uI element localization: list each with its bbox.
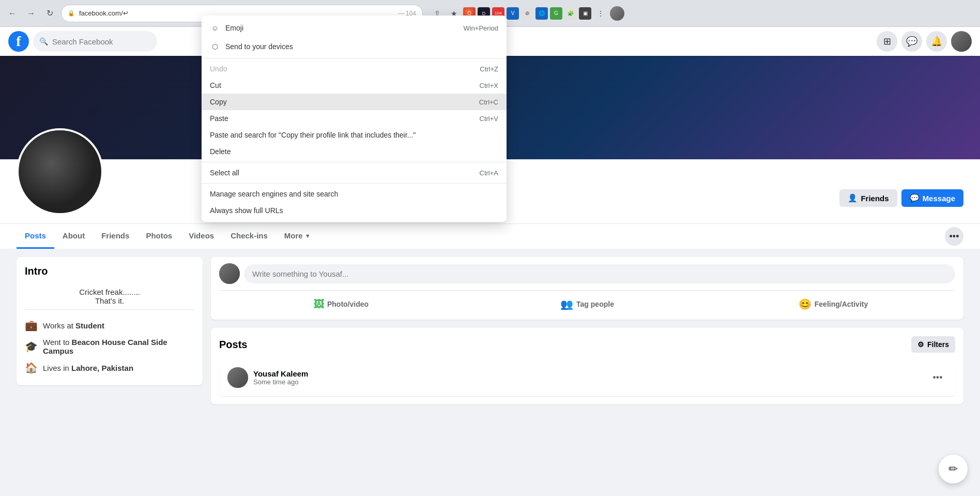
emoji-icon: ☺ bbox=[210, 23, 220, 33]
profile-nav: Posts About Friends Photos Videos Check-… bbox=[0, 223, 980, 249]
tab-friends[interactable]: Friends bbox=[93, 224, 137, 249]
search-input[interactable] bbox=[52, 37, 151, 46]
lock-icon: 🔒 bbox=[68, 10, 75, 17]
forward-button[interactable]: → bbox=[23, 5, 39, 22]
menu-divider-3 bbox=[202, 183, 507, 184]
menu-divider-1 bbox=[202, 58, 507, 58]
back-button[interactable]: ← bbox=[4, 5, 21, 22]
posts-title: Posts bbox=[219, 339, 247, 351]
intro-title: Intro bbox=[25, 265, 194, 277]
work-item: 💼 Works at Student bbox=[25, 316, 194, 335]
left-panel: Intro Cricket freak........ That's it. 💼… bbox=[17, 257, 203, 447]
photo-icon: 🖼 bbox=[314, 298, 324, 310]
send-devices-icon: ⬡ bbox=[210, 41, 220, 52]
feeling-activity-button[interactable]: 😊 Feeling/Activity bbox=[711, 295, 955, 313]
nav-buttons: ← → ↻ bbox=[4, 5, 58, 22]
nav-overflow-button[interactable]: ••• bbox=[945, 227, 963, 246]
work-text: Works at Student bbox=[43, 321, 104, 330]
context-menu: ☺ Emoji Win+Period ⬡ Send to your device… bbox=[202, 16, 507, 222]
friends-icon: 👤 bbox=[848, 193, 858, 203]
menu-item-select-all[interactable]: Select all Ctrl+A bbox=[202, 164, 507, 181]
tag-icon: 👥 bbox=[560, 298, 573, 310]
compose-icon: ✏ bbox=[948, 462, 958, 476]
intro-card: Intro Cricket freak........ That's it. 💼… bbox=[17, 257, 203, 385]
education-text: Went to Beacon House Canal Side Campus bbox=[43, 338, 194, 355]
ext-puzzle-icon[interactable]: 🧩 bbox=[564, 7, 577, 20]
chevron-down-icon: ▼ bbox=[305, 233, 311, 239]
post-more-button[interactable]: ••• bbox=[928, 368, 947, 387]
ext-globe-icon[interactable]: 🌐 bbox=[535, 7, 548, 20]
new-post-fab[interactable]: ✏ bbox=[939, 455, 968, 484]
location-item: 🏠 Lives in Lahore, Pakistan bbox=[25, 358, 194, 377]
work-icon: 💼 bbox=[25, 319, 38, 332]
location-text: Lives in Lahore, Pakistan bbox=[43, 364, 133, 372]
menu-item-full-urls[interactable]: Always show full URLs bbox=[202, 202, 507, 219]
menu-item-emoji[interactable]: ☺ Emoji Win+Period bbox=[202, 19, 507, 37]
filters-icon: ⚙ bbox=[917, 340, 924, 349]
browser-profile-icon[interactable] bbox=[610, 6, 624, 21]
right-panel: 🖼 Photo/video 👥 Tag people 😊 Feeling/Act… bbox=[211, 257, 963, 447]
post-composer: 🖼 Photo/video 👥 Tag people 😊 Feeling/Act… bbox=[211, 257, 963, 320]
composer-avatar bbox=[219, 263, 240, 284]
menu-item-manage-search[interactable]: Manage search engines and site search bbox=[202, 186, 507, 202]
menu-item-cut[interactable]: Cut Ctrl+X bbox=[202, 77, 507, 94]
menu-item-send-devices[interactable]: ⬡ Send to your devices bbox=[202, 37, 507, 56]
search-bar[interactable]: 🔍 bbox=[33, 31, 157, 52]
ext-square-icon[interactable]: ▣ bbox=[579, 7, 591, 20]
message-button[interactable]: 💬 Message bbox=[901, 189, 963, 207]
tag-people-button[interactable]: 👥 Tag people bbox=[465, 295, 709, 313]
posts-header: Posts ⚙ Filters bbox=[219, 336, 955, 353]
header-actions: ⊞ 💬 🔔 bbox=[877, 31, 972, 52]
tab-more[interactable]: More ▼ bbox=[276, 224, 319, 249]
user-avatar[interactable] bbox=[951, 31, 972, 52]
menu-item-copy[interactable]: Copy Ctrl+C bbox=[202, 94, 507, 110]
post-avatar bbox=[227, 367, 248, 388]
composer-actions: 🖼 Photo/video 👥 Tag people 😊 Feeling/Act… bbox=[219, 290, 955, 313]
menu-item-paste-search[interactable]: Paste and search for "Copy their profile… bbox=[202, 127, 507, 143]
main-content: Intro Cricket freak........ That's it. 💼… bbox=[0, 249, 980, 456]
search-icon: 🔍 bbox=[39, 37, 48, 46]
menu-item-delete[interactable]: Delete bbox=[202, 143, 507, 160]
composer-top bbox=[219, 263, 955, 284]
tab-posts[interactable]: Posts bbox=[17, 224, 54, 249]
menu-divider-2 bbox=[202, 162, 507, 162]
tab-about[interactable]: About bbox=[54, 224, 93, 249]
messenger-btn-icon: 💬 bbox=[910, 193, 920, 203]
post-time: Some time ago bbox=[253, 378, 308, 386]
reload-button[interactable]: ↻ bbox=[41, 5, 58, 22]
notification-icon[interactable]: 🔔 bbox=[926, 31, 947, 52]
friends-button[interactable]: 👤 Friends bbox=[839, 189, 897, 207]
filters-button[interactable]: ⚙ Filters bbox=[911, 336, 955, 353]
facebook-logo[interactable]: f bbox=[8, 31, 29, 52]
home-icon: 🏠 bbox=[25, 362, 38, 374]
menu-item-paste[interactable]: Paste Ctrl+V bbox=[202, 110, 507, 127]
post-card: Yousaf Kaleem Some time ago ••• bbox=[219, 359, 955, 396]
composer-input[interactable] bbox=[244, 264, 955, 283]
grid-icon[interactable]: ⊞ bbox=[877, 31, 897, 52]
posts-section: Posts ⚙ Filters Yousaf Kaleem Some time … bbox=[211, 328, 963, 404]
messenger-icon[interactable]: 💬 bbox=[901, 31, 922, 52]
friends-label: Friends bbox=[861, 194, 889, 203]
tab-checkins[interactable]: Check-ins bbox=[222, 224, 276, 249]
menu-icon[interactable]: ⋮ bbox=[593, 6, 608, 21]
photo-video-button[interactable]: 🖼 Photo/video bbox=[219, 295, 463, 313]
tab-photos[interactable]: Photos bbox=[137, 224, 180, 249]
intro-bio: Cricket freak........ That's it. bbox=[25, 283, 194, 310]
post-author: Yousaf Kaleem Some time ago ••• bbox=[227, 367, 947, 388]
ext-circle-icon[interactable]: ⊘ bbox=[521, 7, 533, 20]
profile-avatar bbox=[17, 128, 103, 215]
menu-item-undo: Undo Ctrl+Z bbox=[202, 61, 507, 77]
ext-v-icon[interactable]: V bbox=[507, 7, 519, 20]
tab-videos[interactable]: Videos bbox=[180, 224, 222, 249]
post-author-info: Yousaf Kaleem Some time ago bbox=[253, 369, 308, 386]
education-icon: 🎓 bbox=[25, 340, 38, 353]
ext-green-icon[interactable]: G bbox=[550, 7, 562, 20]
profile-actions: 👤 Friends 💬 Message bbox=[839, 189, 963, 215]
feeling-icon: 😊 bbox=[799, 298, 811, 310]
education-item: 🎓 Went to Beacon House Canal Side Campus bbox=[25, 335, 194, 358]
post-author-name: Yousaf Kaleem bbox=[253, 369, 308, 378]
message-label: Message bbox=[923, 194, 955, 203]
